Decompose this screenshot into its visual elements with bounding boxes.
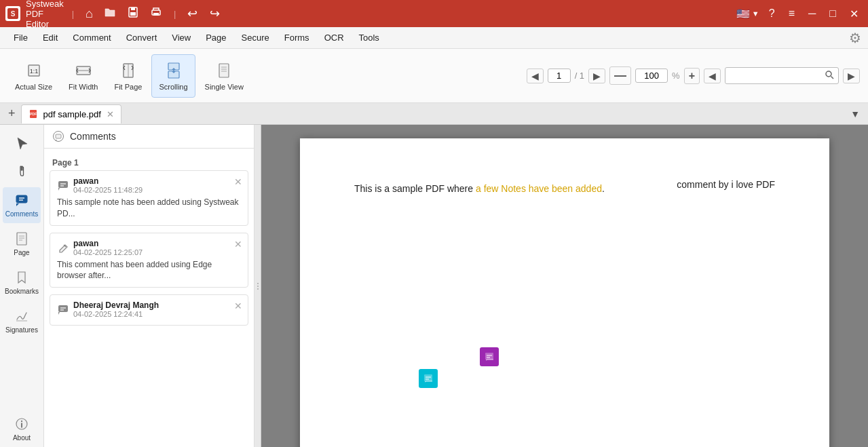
comment-1-author: pawan bbox=[73, 176, 143, 186]
resize-arrows-icon bbox=[256, 278, 260, 294]
search-input[interactable] bbox=[725, 69, 820, 83]
cursor-icon bbox=[14, 136, 29, 151]
info-icon bbox=[14, 416, 29, 431]
panel-resize-handle[interactable] bbox=[254, 125, 261, 447]
menu-secure[interactable]: Secure bbox=[235, 30, 276, 45]
prev-page-btn[interactable]: ◀ bbox=[527, 69, 544, 83]
sticky-note-2[interactable] bbox=[480, 347, 499, 366]
sidebar-about-label: About bbox=[13, 434, 31, 442]
page-label: Page 1 bbox=[50, 154, 248, 170]
toolbar: 1:1 Actual Size Fit Width Fit Page Scrol… bbox=[0, 49, 868, 103]
sticky-note-2-icon bbox=[484, 351, 495, 362]
svg-rect-4 bbox=[130, 12, 136, 16]
svg-text:1:1: 1:1 bbox=[29, 68, 38, 75]
search-submit-btn[interactable] bbox=[820, 68, 838, 83]
sticky-note-1[interactable] bbox=[419, 369, 438, 388]
pdf-page: comment by i love PDF This is a sample P… bbox=[300, 138, 829, 447]
toolbar-fit-width[interactable]: Fit Width bbox=[62, 54, 105, 98]
svg-rect-27 bbox=[17, 233, 26, 245]
nav-icons: ⌂ bbox=[82, 5, 166, 23]
zoom-out-btn[interactable]: — bbox=[609, 66, 631, 85]
minimize-icon[interactable]: ─ bbox=[804, 6, 820, 21]
toolbar-scrolling[interactable]: Scrolling bbox=[151, 54, 195, 98]
pdf-tab-icon: PDF bbox=[29, 109, 38, 119]
app-title: Systweak PDF Editor bbox=[26, 0, 64, 29]
menu-edit[interactable]: Edit bbox=[36, 30, 64, 45]
comment-card-2: pawan 04-02-2025 12:25:07 ✕ This comment… bbox=[50, 233, 248, 288]
menu-file[interactable]: File bbox=[7, 30, 35, 45]
comment-1-close-btn[interactable]: ✕ bbox=[234, 176, 242, 187]
zoom-in-btn[interactable]: + bbox=[684, 68, 700, 84]
comment-2-close-btn[interactable]: ✕ bbox=[234, 239, 242, 250]
comment-meta-3: Dheeraj Devraj Mangh 04-02-2025 12:24:41… bbox=[57, 300, 241, 318]
comment-2-date: 04-02-2025 12:25:07 bbox=[73, 248, 143, 256]
next-page-btn[interactable]: ▶ bbox=[588, 69, 605, 83]
sidebar-item-page[interactable]: Page bbox=[3, 226, 41, 262]
comments-body: Page 1 pawan 04-02-2025 11:48:29 bbox=[44, 149, 254, 447]
bookmark-icon bbox=[14, 270, 29, 285]
pdf-text-before-highlight: This is a sample PDF where bbox=[354, 183, 476, 194]
home-icon[interactable]: ⌂ bbox=[82, 5, 96, 22]
svg-rect-24 bbox=[16, 195, 27, 203]
sidebar-item-select[interactable] bbox=[3, 130, 41, 156]
comment-2-text: This comment has been added using Edge b… bbox=[57, 259, 241, 282]
add-tab-btn[interactable]: + bbox=[3, 104, 21, 123]
sidebar-item-bookmarks[interactable]: Bookmarks bbox=[3, 265, 41, 300]
sidebar-item-about[interactable]: About bbox=[3, 411, 41, 447]
menu-settings-icon[interactable]: ⚙ bbox=[849, 30, 861, 46]
comment-3-close-btn[interactable]: ✕ bbox=[234, 300, 242, 311]
pdf-text-after-highlight: . bbox=[602, 183, 605, 194]
comment-card-3: Dheeraj Devraj Mangh 04-02-2025 12:24:41… bbox=[50, 294, 248, 326]
tab-label: pdf sample.pdf bbox=[43, 109, 101, 119]
print-icon[interactable] bbox=[147, 5, 166, 23]
menu-icon[interactable]: ≡ bbox=[785, 6, 799, 21]
toolbar-fit-page[interactable]: Fit Page bbox=[107, 54, 149, 98]
svg-rect-37 bbox=[58, 181, 68, 188]
sticky-note-1-icon bbox=[423, 373, 434, 384]
close-icon[interactable]: ✕ bbox=[846, 6, 863, 22]
toolbar-single-view[interactable]: Single View bbox=[198, 54, 250, 98]
menu-convert[interactable]: Convert bbox=[119, 30, 164, 45]
help-icon[interactable]: ? bbox=[765, 6, 779, 21]
svg-rect-3 bbox=[131, 7, 135, 10]
svg-point-45 bbox=[257, 288, 259, 290]
sidebar-item-signatures[interactable]: Signatures bbox=[3, 303, 41, 339]
pdf-highlighted-text: a few Notes have been added bbox=[476, 183, 602, 194]
undo-icon[interactable]: ↩ bbox=[184, 5, 201, 22]
tab-chevron-icon[interactable]: ▼ bbox=[845, 106, 865, 122]
menu-ocr[interactable]: OCR bbox=[318, 30, 351, 45]
folder-icon[interactable] bbox=[100, 5, 119, 23]
svg-text:S: S bbox=[11, 10, 16, 18]
svg-point-20 bbox=[826, 71, 831, 77]
save-icon[interactable] bbox=[124, 5, 143, 23]
svg-rect-6 bbox=[153, 13, 159, 16]
tab-pdf-sample[interactable]: PDF pdf sample.pdf ✕ bbox=[21, 104, 121, 123]
page-number-input[interactable] bbox=[548, 69, 571, 83]
page-icon bbox=[14, 231, 29, 246]
zoom-level-input[interactable] bbox=[635, 69, 668, 83]
sidebar-signatures-label: Signatures bbox=[5, 326, 38, 334]
menu-view[interactable]: View bbox=[165, 30, 197, 45]
sidebar-item-comments[interactable]: Comments bbox=[3, 187, 41, 223]
title-bar: S Systweak PDF Editor | ⌂ | ↩ ↪ 🇺🇸 ▼ ? ≡… bbox=[0, 0, 868, 27]
maximize-icon[interactable]: □ bbox=[825, 6, 840, 21]
menu-tools[interactable]: Tools bbox=[352, 30, 386, 45]
search-prev-btn[interactable]: ◀ bbox=[704, 69, 721, 83]
menu-page[interactable]: Page bbox=[199, 30, 233, 45]
sidebar-item-hand[interactable] bbox=[3, 159, 41, 184]
svg-line-21 bbox=[831, 77, 834, 79]
redo-icon[interactable]: ↪ bbox=[206, 5, 223, 22]
pdf-viewer: comment by i love PDF This is a sample P… bbox=[261, 125, 868, 447]
toolbar-actual-size[interactable]: 1:1 Actual Size bbox=[8, 54, 59, 98]
menu-bar: File Edit Comment Convert View Page Secu… bbox=[0, 27, 868, 49]
svg-rect-40 bbox=[58, 305, 68, 312]
language-selector[interactable]: 🇺🇸 ▼ bbox=[736, 7, 759, 20]
menu-forms[interactable]: Forms bbox=[278, 30, 316, 45]
search-next-btn[interactable]: ▶ bbox=[843, 69, 860, 83]
hand-icon bbox=[14, 164, 29, 179]
page-separator: / 1 bbox=[575, 71, 584, 81]
pdf-comment-by-text: comment by i love PDF bbox=[677, 179, 775, 190]
tab-bar: + PDF pdf sample.pdf ✕ ▼ bbox=[0, 103, 868, 125]
tab-close-btn[interactable]: ✕ bbox=[107, 109, 114, 119]
menu-comment[interactable]: Comment bbox=[66, 30, 117, 45]
